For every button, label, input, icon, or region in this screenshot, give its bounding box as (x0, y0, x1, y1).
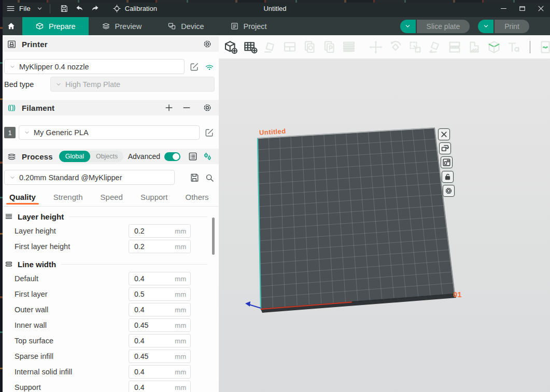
filament-icon (7, 103, 17, 113)
scope-global-button[interactable]: Global (59, 151, 90, 162)
bed-type-dropdown[interactable]: High Temp Plate (50, 77, 215, 92)
panel-scrollbar[interactable] (212, 217, 215, 255)
lock-plate-button[interactable] (442, 171, 454, 183)
plate-layout-button[interactable] (441, 156, 453, 168)
setting-value: 0.2 (134, 227, 144, 235)
printer-preset-dropdown[interactable]: MyKlipper 0.4 nozzle (4, 59, 185, 74)
setting-value: 0.4 (134, 383, 144, 391)
advanced-toggle[interactable] (164, 152, 180, 161)
chevron-down-icon (9, 63, 16, 70)
maximize-icon (518, 5, 526, 12)
printer-settings-gear-icon[interactable] (202, 39, 213, 49)
calibration-button[interactable]: Calibration (112, 4, 157, 13)
print-button[interactable]: Print (495, 20, 529, 33)
plate-name-label[interactable]: Untitled (259, 127, 286, 136)
build-plate-scene[interactable]: Untitled 01 (219, 59, 550, 392)
filament-settings-gear-icon[interactable] (202, 103, 213, 113)
tab-project[interactable]: Project (217, 17, 280, 35)
remove-filament-icon[interactable] (181, 103, 192, 113)
chevron-down-icon (23, 129, 31, 136)
titlebar-divider (50, 4, 50, 13)
viewport-3d[interactable]: Untitled 01 (219, 35, 550, 392)
tab-prepare[interactable]: Prepare (22, 17, 89, 35)
process-preset-value: 0.20mm Standard @MyKlipper (19, 173, 122, 182)
filament-index-badge[interactable]: 1 (4, 127, 16, 138)
inner-wall-input[interactable]: 0.45mm (129, 318, 191, 332)
redo-icon (91, 4, 100, 13)
default-input[interactable]: 0.4mm (129, 272, 191, 285)
save-preset-icon[interactable] (189, 172, 200, 183)
process-tab-strength[interactable]: Strength (52, 193, 84, 205)
menu-icon[interactable] (6, 4, 15, 13)
setting-value: 0.45 (134, 321, 148, 329)
group-header-layer-height: Layer height (4, 211, 207, 222)
support-input[interactable]: 0.4mm (129, 381, 191, 392)
process-tab-support[interactable]: Support (139, 193, 169, 205)
sparse-infill-input[interactable]: 0.45mm (129, 350, 191, 363)
filament-section-title: Filament (22, 104, 54, 112)
setting-label: Sparse infill (15, 352, 53, 360)
arrange-plate-button[interactable] (439, 142, 451, 154)
print-split-button: Print (478, 20, 529, 33)
outer-wall-input[interactable]: 0.4mm (129, 303, 191, 316)
slice-options-button[interactable] (400, 20, 416, 33)
filament-preset-dropdown[interactable]: My Generic PLA (19, 125, 200, 140)
wifi-connection-icon[interactable] (204, 62, 215, 72)
tab-label: Device (181, 22, 204, 31)
process-tab-quality[interactable]: Quality (8, 193, 37, 205)
build-plate[interactable] (219, 35, 550, 392)
setting-label: Top surface (15, 337, 53, 345)
setting-value: 0.4 (134, 337, 144, 345)
process-section-title: Process (22, 152, 53, 161)
internal-solid-infill-input[interactable]: 0.4mm (129, 365, 191, 379)
setting-value: 0.4 (134, 274, 144, 283)
setting-unit: mm (175, 306, 186, 314)
slice-plate-split-button: Slice plate (400, 20, 470, 33)
tab-device[interactable]: Device (154, 17, 217, 35)
search-settings-icon[interactable] (204, 172, 215, 183)
process-tuning-icon[interactable] (202, 151, 213, 162)
preview-icon (102, 22, 110, 31)
group-title: Line width (18, 260, 56, 269)
scope-objects-button[interactable]: Objects (90, 153, 123, 160)
setting-value: 0.45 (134, 352, 148, 360)
screen-edge-artifact-left (0, 0, 3, 392)
bed-type-value: High Temp Plate (65, 80, 120, 89)
screen-edge-artifact-top (0, 0, 550, 3)
slice-plate-button[interactable]: Slice plate (417, 20, 470, 33)
parameter-table-icon[interactable] (188, 151, 198, 162)
setting-value: 0.2 (134, 242, 144, 251)
plate-settings-button[interactable] (443, 185, 455, 197)
setting-unit: mm (175, 384, 186, 391)
first-layer-height-input[interactable]: 0.2mm (129, 240, 191, 253)
edit-printer-icon[interactable] (189, 62, 200, 72)
top-surface-input[interactable]: 0.4mm (129, 334, 191, 347)
add-filament-icon[interactable] (164, 103, 174, 113)
group-divider (69, 216, 207, 217)
process-tab-speed[interactable]: Speed (100, 193, 124, 205)
edit-filament-icon[interactable] (204, 127, 215, 138)
tab-label: Project (244, 22, 267, 31)
printer-preset-value: MyKlipper 0.4 nozzle (19, 63, 89, 71)
setting-row-layer-height: Layer height0.2mm (15, 224, 191, 238)
setting-label: Inner wall (15, 321, 47, 329)
tab-preview[interactable]: Preview (89, 17, 155, 35)
process-tab-others[interactable]: Others (185, 193, 210, 205)
file-chevron-down-icon[interactable] (36, 5, 44, 12)
save-icon (60, 4, 68, 13)
chevron-down-icon (55, 81, 62, 88)
layer-height-input[interactable]: 0.2mm (129, 224, 191, 238)
setting-row-internal-solid-infill: Internal solid infill0.4mm (15, 365, 191, 379)
first-layer-input[interactable]: 0.5mm (129, 287, 191, 301)
calibration-label: Calibration (125, 5, 157, 12)
printer-section-header: Printer (3, 36, 219, 52)
setting-label: First layer height (15, 242, 70, 251)
print-options-button[interactable] (478, 20, 493, 33)
process-preset-dropdown[interactable]: 0.20mm Standard @MyKlipper (4, 170, 175, 185)
setting-row-support: Support0.4mm (15, 381, 191, 392)
delete-plate-button[interactable] (438, 128, 450, 140)
home-button[interactable] (0, 17, 22, 35)
setting-unit: mm (175, 291, 186, 298)
file-menu[interactable]: File (19, 5, 31, 12)
process-icon (7, 152, 17, 162)
